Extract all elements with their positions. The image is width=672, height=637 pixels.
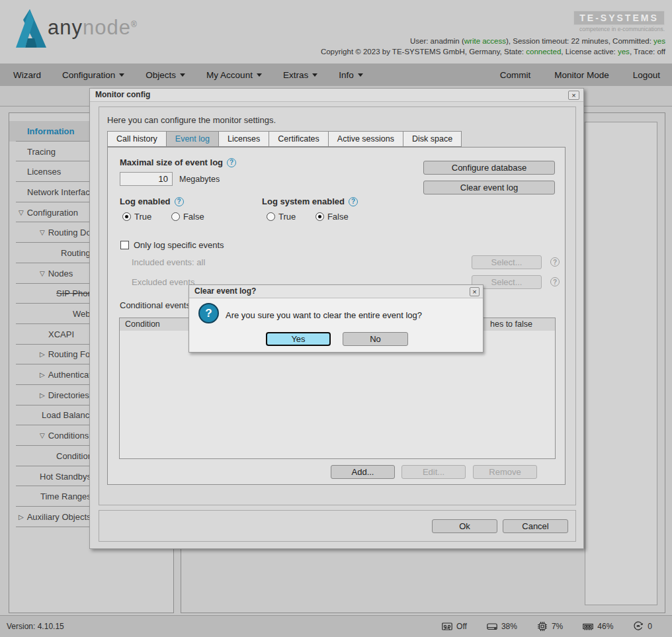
te-systems-tagline: competence in e-communications. bbox=[579, 26, 665, 32]
tab-certificates[interactable]: Certificates bbox=[269, 131, 328, 147]
state-value: connected bbox=[526, 48, 561, 56]
close-icon[interactable]: × bbox=[568, 91, 579, 100]
nav-info[interactable]: Info bbox=[336, 70, 366, 80]
main-navbar: Wizard Configuration Objects My Account … bbox=[0, 64, 672, 86]
close-icon[interactable]: × bbox=[470, 287, 480, 296]
chevron-down-icon bbox=[180, 73, 185, 77]
log-system-label-row: Log system enabled ? bbox=[262, 196, 358, 206]
max-size-unit: Megabytes bbox=[179, 175, 220, 184]
disk-value: 38% bbox=[501, 622, 517, 631]
tree-collapsed-icon[interactable]: ▷ bbox=[40, 351, 45, 358]
navbar-left: Wizard Configuration Objects My Account … bbox=[0, 70, 479, 80]
tab-active-sessions[interactable]: Active sessions bbox=[328, 131, 403, 147]
status-calls: 0 bbox=[633, 621, 652, 632]
license-label: , License active: bbox=[561, 48, 618, 56]
yes-button[interactable]: Yes bbox=[266, 332, 331, 346]
sidebar-item-label: Directories bbox=[48, 390, 89, 400]
sidebar-item-label: Network Interfac bbox=[27, 187, 90, 197]
log-enabled-true-radio[interactable] bbox=[122, 212, 131, 221]
chevron-down-icon bbox=[257, 73, 262, 77]
sidebar-item-label: Conditions bbox=[48, 431, 89, 441]
max-size-input[interactable] bbox=[120, 172, 173, 186]
tab-event-log[interactable]: Event log bbox=[166, 131, 218, 147]
second-column-header: hes to false bbox=[490, 318, 532, 331]
nav-configuration[interactable]: Configuration bbox=[60, 70, 127, 80]
dialog-titlebar[interactable]: Monitor config × bbox=[90, 89, 583, 102]
sidebar-item-label: SIP Phon bbox=[56, 288, 93, 298]
tab-licenses[interactable]: Licenses bbox=[218, 131, 269, 147]
help-icon[interactable]: ? bbox=[550, 257, 560, 267]
status-disk: 38% bbox=[487, 622, 517, 632]
tree-expanded-icon[interactable]: ▽ bbox=[19, 209, 24, 216]
nav-my-account[interactable]: My Account bbox=[204, 70, 265, 80]
tree-collapsed-icon[interactable]: ▷ bbox=[19, 513, 24, 521]
tree-expanded-icon[interactable]: ▽ bbox=[40, 270, 45, 277]
popup-message: Are you sure you want to clear the entir… bbox=[226, 310, 422, 320]
ok-button[interactable]: Ok bbox=[432, 519, 497, 533]
nav-label: Extras bbox=[283, 70, 308, 80]
status-recording: Off bbox=[442, 622, 467, 632]
edit-button: Edit... bbox=[401, 465, 466, 479]
popup-title: Clear event log? bbox=[194, 286, 256, 296]
harddisk-icon bbox=[487, 622, 497, 632]
condition-column-header: Condition bbox=[125, 319, 160, 329]
no-button[interactable]: No bbox=[343, 332, 408, 346]
nav-label: Wizard bbox=[13, 70, 41, 80]
log-system-true-radio[interactable] bbox=[267, 212, 275, 221]
tree-expanded-icon[interactable]: ▽ bbox=[40, 229, 45, 236]
nav-objects[interactable]: Objects bbox=[143, 70, 188, 80]
radio-label: False bbox=[327, 212, 349, 222]
clear-event-log-popup: Clear event log? × ? Are you sure you wa… bbox=[189, 284, 483, 353]
logo-wordmark: anynode® bbox=[48, 16, 138, 40]
nav-commit[interactable]: Commit bbox=[497, 70, 534, 80]
sidebar-item-label: Auxiliary Objects bbox=[27, 512, 91, 522]
question-icon: ? bbox=[198, 303, 219, 323]
log-system-radios: True False bbox=[267, 212, 366, 222]
nav-monitor-mode[interactable]: Monitor Mode bbox=[552, 70, 612, 80]
session-info-line: User: anadmin (write access), Session ti… bbox=[410, 37, 665, 45]
nav-label: Objects bbox=[146, 70, 176, 80]
dialog-tabs: Call history Event log Licenses Certific… bbox=[107, 131, 462, 147]
nav-label: Monitor Mode bbox=[554, 70, 609, 80]
nav-wizard[interactable]: Wizard bbox=[11, 70, 44, 80]
nav-label: Configuration bbox=[62, 70, 115, 80]
nav-label: Commit bbox=[500, 70, 531, 80]
tree-expanded-icon[interactable]: ▽ bbox=[40, 432, 45, 439]
help-icon[interactable]: ? bbox=[349, 197, 358, 206]
tree-collapsed-icon[interactable]: ▷ bbox=[40, 371, 45, 378]
sidebar-item-label: Load Balanc bbox=[42, 410, 89, 420]
excluded-events-label: Excluded events bbox=[132, 277, 194, 287]
popup-titlebar[interactable]: Clear event log? × bbox=[189, 285, 483, 298]
main-content-inner bbox=[585, 122, 657, 605]
only-specific-row: Only log specific events bbox=[120, 240, 224, 250]
chevron-down-icon bbox=[312, 73, 317, 77]
help-icon[interactable]: ? bbox=[227, 158, 236, 167]
nav-extras[interactable]: Extras bbox=[280, 70, 320, 80]
clear-event-log-button[interactable]: Clear event log bbox=[423, 181, 555, 194]
tab-call-history[interactable]: Call history bbox=[107, 131, 166, 147]
add-button[interactable]: Add... bbox=[331, 465, 395, 479]
session-timeout-label: ), Session timeout: 22 minutes, Committe… bbox=[506, 37, 653, 45]
nav-logout[interactable]: Logout bbox=[630, 70, 663, 80]
sidebar-item-label: Time Ranges bbox=[40, 491, 91, 501]
cassette-icon bbox=[442, 622, 452, 632]
logo-text-any: any bbox=[48, 16, 83, 39]
included-events-label: Included events: all bbox=[132, 257, 205, 267]
cancel-button[interactable]: Cancel bbox=[503, 519, 568, 533]
help-icon[interactable]: ? bbox=[550, 277, 560, 286]
included-select-button: Select... bbox=[472, 255, 542, 269]
sidebar-item-label: XCAPI bbox=[48, 329, 74, 339]
write-access-value: write access bbox=[464, 37, 506, 45]
only-specific-checkbox[interactable] bbox=[120, 241, 129, 249]
configure-database-button[interactable]: Configure database bbox=[423, 161, 555, 175]
sidebar-item-label: Condition bbox=[56, 451, 93, 461]
version-label: Version: 4.10.15 bbox=[0, 622, 442, 631]
status-bar: Version: 4.10.15 Off 38% 7% 46% bbox=[0, 615, 672, 637]
tree-collapsed-icon[interactable]: ▷ bbox=[40, 392, 45, 399]
log-system-false-radio[interactable] bbox=[315, 212, 324, 221]
sidebar-item-label: Tracing bbox=[27, 147, 56, 157]
tab-disk-space[interactable]: Disk space bbox=[403, 131, 462, 147]
help-icon[interactable]: ? bbox=[175, 197, 184, 206]
header: anynode® TE-SYSTEMS competence in e-comm… bbox=[0, 0, 672, 64]
log-enabled-false-radio[interactable] bbox=[171, 212, 180, 221]
